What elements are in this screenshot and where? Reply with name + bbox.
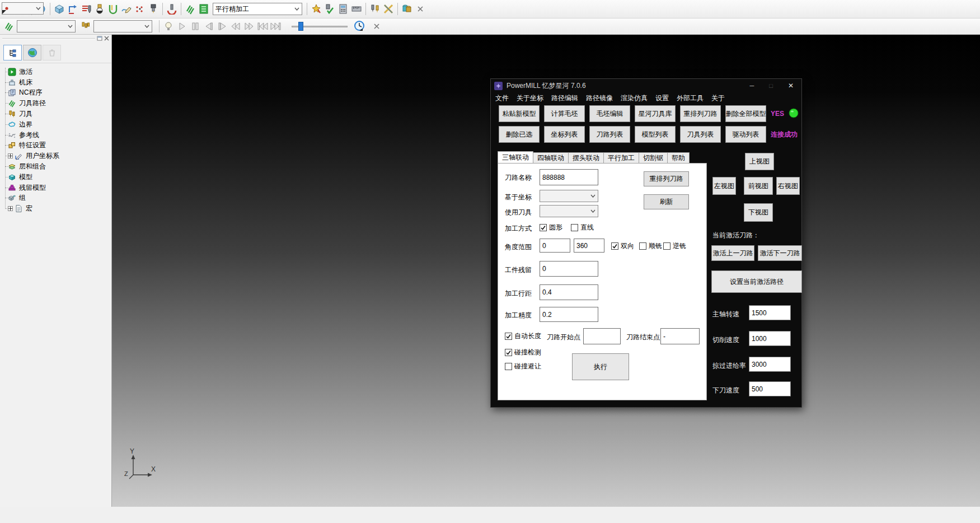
close-toolbar-icon[interactable] <box>414 2 427 16</box>
model-list-button[interactable]: 模型列表 <box>635 126 676 143</box>
u-toolpath-icon[interactable] <box>106 2 120 16</box>
menu-settings[interactable]: 设置 <box>655 94 669 103</box>
end-point-input[interactable] <box>660 328 700 344</box>
toolpath-coil-icon[interactable] <box>184 2 197 16</box>
recycle-bin-tab-button[interactable] <box>43 45 61 60</box>
collision-avoid-checkbox[interactable] <box>505 363 512 370</box>
tab-parallel[interactable]: 平行加工 <box>604 152 639 164</box>
tab-3axis[interactable]: 三轴联动 <box>498 151 533 164</box>
panel-close-icon[interactable] <box>104 35 109 43</box>
close-button[interactable]: ✕ <box>788 82 794 90</box>
toolpath-name-input[interactable] <box>540 169 598 185</box>
go-start-icon[interactable] <box>256 20 269 33</box>
dialog-titlebar[interactable]: PowerMILL 忆梦星河 7.0.6 ─ □ ✕ <box>491 79 801 92</box>
angle-end-input[interactable] <box>574 239 604 253</box>
clock-icon[interactable] <box>353 20 367 33</box>
step-back-icon[interactable] <box>202 20 215 33</box>
nc-program-icon[interactable] <box>79 2 93 16</box>
tab-swivel-head[interactable]: 摆头联动 <box>569 152 604 164</box>
explorer-tab-button[interactable] <box>3 45 22 60</box>
menu-external-tools[interactable]: 外部工具 <box>677 94 704 103</box>
top-view-button[interactable]: 上视图 <box>745 153 774 170</box>
go-end-icon[interactable] <box>269 20 283 33</box>
status-combo[interactable] <box>2 2 44 15</box>
tree-item-boundary[interactable]: 边界 <box>0 119 111 130</box>
based-coord-select[interactable] <box>540 190 598 202</box>
skim-feed-input[interactable] <box>749 357 791 372</box>
point-pattern-icon[interactable] <box>133 2 147 16</box>
tool-combo[interactable] <box>93 20 152 32</box>
tool-holder-icon[interactable] <box>147 2 160 16</box>
drive-list-button[interactable]: 驱动列表 <box>725 126 766 143</box>
stock-edit-button[interactable]: 毛坯编辑 <box>589 105 630 122</box>
rewind-icon[interactable] <box>229 20 242 33</box>
verify-check-icon[interactable] <box>323 2 336 16</box>
set-active-toolpath-button[interactable]: 设置当前激活路径 <box>711 270 802 293</box>
auto-length-checkbox[interactable] <box>505 333 512 340</box>
measure-ruler-icon[interactable] <box>350 2 363 16</box>
use-tool-select[interactable] <box>540 205 598 217</box>
maximize-button[interactable]: □ <box>769 82 773 89</box>
panel-float-icon[interactable] <box>97 35 102 43</box>
tree-item-feature-set[interactable]: 特征设置 <box>0 141 111 151</box>
tree-item-tools[interactable]: 刀具 <box>0 109 111 119</box>
front-view-button[interactable]: 前视图 <box>744 177 773 195</box>
bottom-view-button[interactable]: 下视图 <box>744 203 773 222</box>
menu-about-coords[interactable]: 关于坐标 <box>517 94 543 103</box>
tree-item-toolpaths[interactable]: 刀具路径 <box>0 98 111 109</box>
strategy-list-icon[interactable] <box>197 2 210 16</box>
menu-about[interactable]: 关于 <box>711 94 725 103</box>
conventional-checkbox[interactable] <box>663 242 670 250</box>
refresh-button[interactable]: 刷新 <box>644 194 689 209</box>
tolerance-input[interactable] <box>540 307 598 322</box>
simulate-cylinders-icon[interactable] <box>400 2 414 16</box>
stepover-input[interactable] <box>540 284 598 300</box>
compute-stock-button[interactable]: 计算毛坯 <box>544 105 585 122</box>
tree-item-nc-program[interactable]: NC程序 <box>0 88 111 99</box>
bidirectional-checkbox[interactable] <box>611 242 618 250</box>
rearrange-toolpaths-button2[interactable]: 重排列刀路 <box>644 171 689 186</box>
spindle-speed-input[interactable] <box>749 305 791 320</box>
activate-prev-toolpath-button[interactable]: 激活上一刀路 <box>711 245 754 261</box>
coord-list-button[interactable]: 坐标列表 <box>544 126 585 143</box>
ball-tool-icon[interactable] <box>93 2 106 16</box>
pause-icon[interactable] <box>189 20 202 33</box>
cross-tools-icon[interactable] <box>382 2 395 16</box>
toolpath-combo[interactable] <box>17 20 76 32</box>
plunge-feed-input[interactable] <box>749 381 791 396</box>
minimize-button[interactable]: ─ <box>749 82 754 89</box>
tab-help[interactable]: 帮助 <box>668 152 690 164</box>
rearrange-toolpaths-button[interactable]: 重排列刀路 <box>680 105 721 122</box>
tree-item-levels[interactable]: 层和组合 <box>0 161 111 172</box>
delete-all-models-button[interactable]: 删除全部模型 <box>725 105 766 122</box>
tab-cutting-saw[interactable]: 切割锯 <box>639 152 668 164</box>
mode-line-checkbox[interactable] <box>571 224 578 231</box>
tree-item-group[interactable]: 组 <box>0 193 111 204</box>
tree-item-stock-model[interactable]: 残留模型 <box>0 183 111 193</box>
right-view-button[interactable]: 右视图 <box>776 177 800 195</box>
angle-start-input[interactable] <box>540 239 570 253</box>
calculator-icon[interactable] <box>336 2 350 16</box>
play-icon[interactable] <box>175 20 189 33</box>
menu-path-edit[interactable]: 路径编辑 <box>551 94 578 103</box>
tab-4axis[interactable]: 四轴联动 <box>533 152 569 164</box>
tree-item-activate[interactable]: 激活 <box>0 67 111 77</box>
light-bulb-icon[interactable] <box>162 20 175 33</box>
tool-star-icon[interactable] <box>310 2 323 16</box>
execute-button[interactable]: 执行 <box>572 353 629 380</box>
tree-item-macro[interactable]: 宏 <box>0 203 111 214</box>
left-view-button[interactable]: 左视图 <box>712 177 736 195</box>
toolpath-list-button[interactable]: 刀路列表 <box>589 126 630 143</box>
start-point-input[interactable] <box>583 328 621 344</box>
menu-file[interactable]: 文件 <box>495 94 509 103</box>
menu-path-mirror[interactable]: 路径镜像 <box>586 94 613 103</box>
delete-selected-button[interactable]: 删除已选 <box>499 126 540 143</box>
tree-item-workplane[interactable]: 用户坐标系 <box>0 151 111 161</box>
tree-item-model[interactable]: 模型 <box>0 172 111 183</box>
speed-slider[interactable] <box>292 22 348 31</box>
web-tab-button[interactable] <box>23 45 41 60</box>
arc-tool-icon[interactable] <box>165 2 179 16</box>
climb-checkbox[interactable] <box>639 242 646 250</box>
strategy-dropdown[interactable]: 平行精加工 <box>213 3 302 15</box>
cutting-feed-input[interactable] <box>749 331 791 346</box>
